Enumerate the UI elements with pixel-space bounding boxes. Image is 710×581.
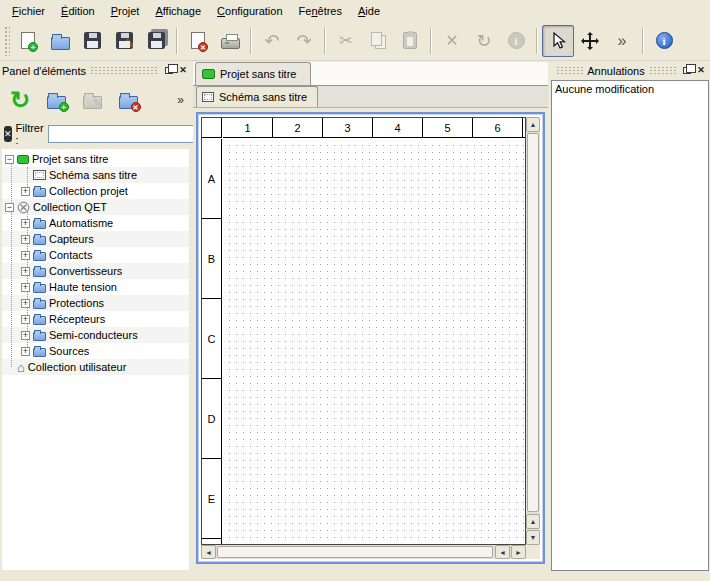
dock-drag-handle[interactable] xyxy=(556,66,583,75)
folder-icon xyxy=(33,332,46,341)
toolbar-separator xyxy=(324,28,326,54)
pencil-icon: ✎ xyxy=(92,96,102,110)
tab-projet-sans-titre[interactable]: Projet sans titre xyxy=(195,62,311,85)
scroll-left-button[interactable]: ◄ xyxy=(495,545,510,559)
menu-item-edition[interactable]: Édition xyxy=(53,2,103,20)
menu-item-fichier[interactable]: Fichier xyxy=(4,2,53,20)
elements-panel-title: Panel d'éléments xyxy=(2,65,86,77)
expand-icon[interactable]: + xyxy=(21,283,30,292)
tree-item-protections[interactable]: +Protections xyxy=(2,295,189,311)
home-icon: ⌂ xyxy=(17,362,25,373)
print-button[interactable] xyxy=(214,25,246,57)
filter-input[interactable] xyxy=(48,125,196,143)
copy-button[interactable] xyxy=(362,25,394,57)
select-mode-button[interactable] xyxy=(542,25,574,57)
expand-icon[interactable]: + xyxy=(21,315,30,324)
new-element-button[interactable] xyxy=(40,84,72,116)
collapse-icon[interactable]: − xyxy=(5,155,14,164)
tree-item-sources[interactable]: +Sources xyxy=(2,343,189,359)
panel-overflow-button[interactable]: » xyxy=(173,91,188,109)
scroll-up-button[interactable]: ▲ xyxy=(526,514,540,529)
close-panel-button[interactable]: ✕ xyxy=(694,64,708,77)
tree-item-contacts[interactable]: +Contacts xyxy=(2,247,189,263)
close-file-button[interactable] xyxy=(182,25,214,57)
delete-element-button[interactable] xyxy=(112,84,144,116)
undo-history-list[interactable]: Aucune modification xyxy=(551,80,709,571)
open-document-button[interactable] xyxy=(44,25,76,57)
open-folder-icon xyxy=(51,37,70,50)
delete-button[interactable]: ✕ xyxy=(436,25,468,57)
menu-item-aide[interactable]: Aide xyxy=(350,2,388,20)
printer-icon xyxy=(221,38,240,49)
folder-icon xyxy=(33,316,46,325)
tab-schema-sans-titre[interactable]: Schéma sans titre xyxy=(196,86,318,107)
tree-item-capteurs[interactable]: +Capteurs xyxy=(2,231,189,247)
expand-icon[interactable]: + xyxy=(21,235,30,244)
scrollbar-corner xyxy=(526,545,540,559)
undo-panel-title: Annulations xyxy=(587,65,645,77)
tree-item-collection-utilisateur[interactable]: ⌂Collection utilisateur xyxy=(2,359,189,375)
menu-item-configuration[interactable]: Configuration xyxy=(209,2,290,20)
close-badge-icon xyxy=(198,42,208,52)
expand-icon[interactable]: + xyxy=(21,347,30,356)
about-button[interactable] xyxy=(648,25,680,57)
float-panel-button[interactable] xyxy=(680,64,694,77)
tree-item-schema-sans-titre[interactable]: Schéma sans titre xyxy=(2,167,189,183)
save-as-button[interactable]: ✎ xyxy=(108,25,140,57)
scroll-right-button[interactable]: ► xyxy=(511,545,526,559)
expand-icon[interactable]: + xyxy=(21,267,30,276)
tree-item-label: Collection utilisateur xyxy=(28,361,126,373)
menu-item-affichage[interactable]: Affichage xyxy=(147,2,209,20)
tree-item-semi-conducteurs[interactable]: +Semi-conducteurs xyxy=(2,327,189,343)
tree-item-automatisme[interactable]: +Automatisme xyxy=(2,215,189,231)
toolbar-drag-handle[interactable] xyxy=(4,26,10,56)
tree-item-convertisseurs[interactable]: +Convertisseurs xyxy=(2,263,189,279)
expand-icon[interactable]: + xyxy=(21,331,30,340)
main-toolbar: ✎ ↶ ↷ ✂ ✕ ↻ » xyxy=(0,21,710,61)
save-button[interactable] xyxy=(76,25,108,57)
schema-tabbar: Schéma sans titre xyxy=(193,86,548,108)
vertical-scrollbar[interactable]: ▲ ▲ ▼ xyxy=(526,117,540,545)
expand-icon[interactable]: + xyxy=(21,187,30,196)
menu-accel: P xyxy=(111,5,118,17)
close-panel-button[interactable]: ✕ xyxy=(176,64,190,77)
pan-mode-button[interactable] xyxy=(574,25,606,57)
redo-button[interactable]: ↷ xyxy=(288,25,320,57)
horizontal-scroll-thumb[interactable] xyxy=(217,546,493,558)
undo-button[interactable]: ↶ xyxy=(256,25,288,57)
new-document-button[interactable] xyxy=(12,25,44,57)
collapse-icon[interactable]: − xyxy=(5,203,14,212)
tree-item-collection-projet[interactable]: +Collection projet xyxy=(2,183,189,199)
expand-icon[interactable]: + xyxy=(21,251,30,260)
dock-drag-handle[interactable] xyxy=(649,66,676,75)
vertical-scroll-thumb[interactable] xyxy=(527,133,539,512)
filter-clear-button[interactable] xyxy=(4,126,12,142)
edit-element-button[interactable]: ✎ xyxy=(76,84,108,116)
schema-canvas[interactable] xyxy=(223,139,525,544)
scroll-left-button[interactable]: ◄ xyxy=(201,545,216,559)
float-panel-button[interactable] xyxy=(162,64,176,77)
tree-item-haute-tension[interactable]: +Haute tension xyxy=(2,279,189,295)
pencil-icon: ✎ xyxy=(124,37,134,51)
cut-button[interactable]: ✂ xyxy=(330,25,362,57)
cut-icon: ✂ xyxy=(339,33,352,49)
scroll-up-button[interactable]: ▲ xyxy=(526,117,540,132)
tree-item-recepteurs[interactable]: +Récepteurs xyxy=(2,311,189,327)
elements-panel-titlebar[interactable]: Panel d'éléments ✕ xyxy=(0,62,192,79)
undo-panel-titlebar[interactable]: Annulations ✕ xyxy=(550,62,710,79)
expand-icon[interactable]: + xyxy=(21,219,30,228)
diagram-info-button[interactable] xyxy=(500,25,532,57)
save-all-button[interactable] xyxy=(140,25,172,57)
paste-button[interactable] xyxy=(394,25,426,57)
dock-drag-handle[interactable] xyxy=(90,66,158,75)
tree-item-collection-qet[interactable]: −Collection QET xyxy=(2,199,189,215)
tree-item-projet-sans-titre[interactable]: −Projet sans titre xyxy=(2,151,189,167)
menu-item-projet[interactable]: Projet xyxy=(103,2,148,20)
expand-icon[interactable]: + xyxy=(21,299,30,308)
menu-item-fenetres[interactable]: Fenêtres xyxy=(291,2,350,20)
toolbar-overflow-button[interactable]: » xyxy=(606,25,638,57)
rotate-button[interactable]: ↻ xyxy=(468,25,500,57)
reload-collections-button[interactable]: ↻ xyxy=(4,84,36,116)
scroll-down-button[interactable]: ▼ xyxy=(526,530,540,545)
horizontal-scrollbar[interactable]: ◄ ◄ ► xyxy=(201,545,526,559)
